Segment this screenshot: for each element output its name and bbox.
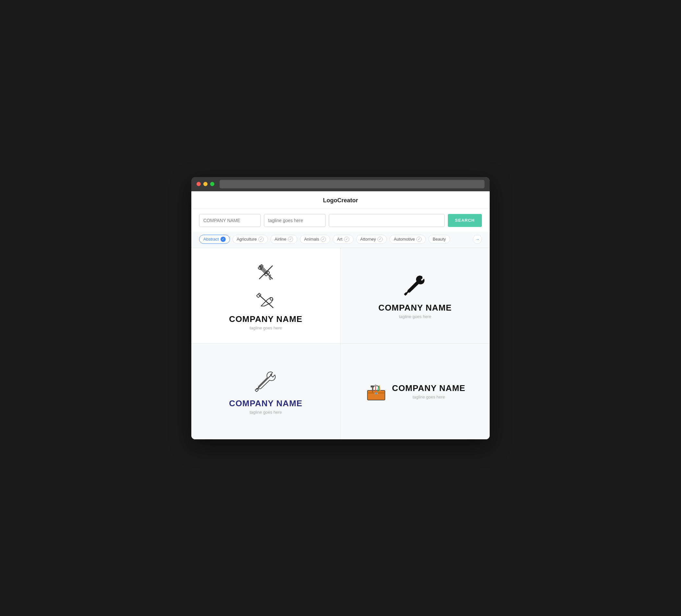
svg-rect-7: [256, 293, 261, 297]
check-icon-art: ✓: [344, 237, 349, 242]
maximize-button[interactable]: [210, 182, 215, 186]
category-art[interactable]: Art ✓: [333, 235, 353, 244]
company-name-3: COMPANY NAME: [229, 399, 302, 409]
category-abstract[interactable]: Abstract ✓: [199, 235, 230, 244]
browser-content: LogoCreator SEARCH Abstract ✓ Agricultur…: [191, 191, 490, 439]
url-bar[interactable]: [220, 180, 484, 188]
category-label: Automotive: [394, 237, 415, 241]
company-name-input[interactable]: [199, 214, 261, 227]
tagline-input[interactable]: [264, 214, 326, 227]
tagline-1: tagline goes here: [250, 326, 282, 330]
category-attorney[interactable]: Attorney ✓: [356, 235, 387, 244]
next-categories-button[interactable]: →: [473, 235, 482, 244]
company-name-4: COMPANY NAME: [392, 383, 465, 393]
logo-grid: COMPANY NAME tagline goes here COMPANY N…: [191, 248, 490, 439]
category-label: Airline: [275, 237, 286, 241]
check-icon-automotive: ✓: [417, 237, 422, 242]
tool-icon-outline: [255, 261, 277, 285]
toolbox-icon: [365, 380, 387, 403]
category-animals[interactable]: Animals ✓: [300, 235, 330, 244]
check-icon-abstract: ✓: [221, 237, 226, 242]
extra-input[interactable]: [329, 214, 445, 227]
company-name-1: COMPANY NAME: [229, 314, 302, 324]
logo-inline-4: COMPANY NAME tagline goes here: [365, 380, 465, 403]
browser-window: LogoCreator SEARCH Abstract ✓ Agricultur…: [191, 177, 490, 439]
category-airline[interactable]: Airline ✓: [271, 235, 297, 244]
svg-point-5: [270, 298, 273, 300]
category-label: Animals: [304, 237, 319, 241]
category-agriculture[interactable]: Agriculture ✓: [232, 235, 268, 244]
svg-rect-21: [376, 392, 377, 394]
search-button[interactable]: SEARCH: [448, 214, 482, 227]
svg-line-9: [257, 375, 272, 389]
category-automotive[interactable]: Automotive ✓: [389, 235, 426, 244]
logo-card-3[interactable]: COMPANY NAME tagline goes here: [191, 344, 340, 439]
category-label: Beauty: [433, 237, 446, 241]
check-icon-animals: ✓: [321, 237, 326, 242]
tool-icon-outline-2: [253, 368, 279, 395]
check-icon-attorney: ✓: [377, 237, 383, 242]
category-label: Attorney: [360, 237, 376, 241]
tagline-2: tagline goes here: [399, 314, 431, 319]
svg-rect-11: [368, 390, 385, 400]
category-bar: Abstract ✓ Agriculture ✓ Airline ✓ Anima…: [191, 232, 490, 248]
category-label: Agriculture: [237, 237, 257, 241]
category-beauty[interactable]: Beauty: [428, 235, 450, 243]
category-label: Art: [337, 237, 343, 241]
svg-rect-15: [371, 385, 374, 387]
logo-card-4[interactable]: COMPANY NAME tagline goes here: [340, 344, 490, 439]
logo-card-2[interactable]: COMPANY NAME tagline goes here: [340, 248, 490, 344]
check-icon-airline: ✓: [288, 237, 293, 242]
inline-text-group: COMPANY NAME tagline goes here: [392, 383, 465, 400]
tagline-3: tagline goes here: [250, 410, 282, 415]
company-name-2: COMPANY NAME: [378, 303, 452, 313]
app-title: LogoCreator: [323, 197, 358, 204]
app-header: LogoCreator: [191, 191, 490, 209]
svg-rect-17: [375, 385, 377, 386]
tool-icon-solid: [402, 272, 428, 300]
category-label: Abstract: [203, 237, 219, 241]
tagline-4: tagline goes here: [392, 394, 465, 400]
logo-card-1[interactable]: COMPANY NAME tagline goes here: [191, 248, 340, 344]
minimize-button[interactable]: [203, 182, 207, 186]
close-button[interactable]: [197, 182, 201, 186]
browser-titlebar: [191, 177, 490, 191]
tools-svg-1: [253, 288, 279, 314]
check-icon-agriculture: ✓: [258, 237, 263, 242]
search-bar: SEARCH: [191, 209, 490, 232]
